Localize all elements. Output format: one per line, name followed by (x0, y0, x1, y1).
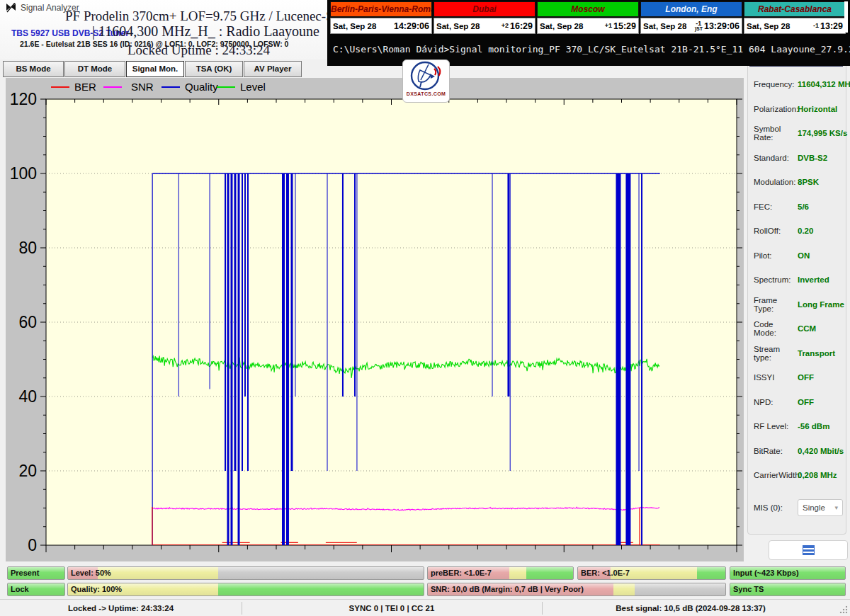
window-header: Signal Analyzer PF Prodelin 370cm+ LOF=9… (0, 0, 327, 59)
svg-text:120: 120 (10, 90, 37, 108)
param-spectrum: Spectrum:Inverted (748, 268, 846, 292)
clock-dubai: Dubai Sat, Sep 28 +2 16:29 (434, 1, 536, 34)
param-fec: FEC:5/6 (748, 195, 846, 219)
status-sync-counters: SYNC 0 | TEI 0 | CC 21 (242, 600, 542, 616)
status-locked-uptime: Locked -> Uptime: 24:33:24 (0, 600, 242, 616)
param-code-mode: Code Mode:CCM (748, 316, 846, 341)
param-frame-type: Frame Type:Long Frame (748, 292, 846, 317)
clock-city-label: Dubai (434, 1, 536, 17)
level-meter: Level: 50% (67, 566, 424, 580)
ber-meter: BER: <1.0E-7 (577, 566, 726, 580)
tab-signal-mon[interactable]: Signal Mon. (126, 61, 184, 77)
command-prompt-text: C:\Users\Roman Dávid>Signal monitoring_P… (333, 44, 850, 55)
clock-table-edge (844, 1, 848, 33)
clock-date: Sat, Sep 28 (643, 22, 686, 30)
status-best-signal: Best signal: 10,5 dB (2024-09-28 13:37) (542, 600, 839, 616)
transponder-params-panel: Frequency:11604,312 MHz Polarization:Hor… (747, 60, 846, 535)
tab-tsa[interactable]: TSA (OK) (185, 61, 243, 77)
snr-meter: SNR: 10,0 dB (Margin: 0,7 dB | Very Poor… (427, 583, 726, 596)
signal-chart-panel: BER SNR Quality Level 020406080100120 (6, 78, 744, 561)
locked-uptime: Locked Uptime : 24:33:24 (128, 42, 270, 58)
svg-text:40: 40 (18, 387, 37, 406)
param-bitrate: BitRate:0,420 Mbit/s (748, 439, 846, 464)
annotation-frequency: | 11604,300 MHz_H_ : Radio Laayoune (92, 23, 319, 40)
world-clocks: Berlin-Paris-Vienna-Roma Sat, Sep 28 14:… (330, 1, 846, 34)
param-polarization: Polarization:Horizontal (748, 97, 846, 122)
tab-dt-mode[interactable]: DT Mode (64, 61, 125, 77)
clock-offset: +2 (502, 23, 509, 28)
resize-grip[interactable] (839, 605, 848, 614)
server-list-icon (803, 545, 815, 555)
clock-offset: -1 (813, 23, 819, 28)
svg-text:60: 60 (18, 313, 37, 331)
input-rate-indicator: Input (~423 Kbps) (730, 566, 846, 580)
tab-av-player[interactable]: AV Player (244, 61, 302, 77)
chevron-down-icon: ▾ (834, 504, 838, 511)
param-mis: MIS (0): Single ▾ (748, 496, 846, 520)
clock-time: 13:29:06 (704, 21, 740, 31)
clock-date: Sat, Sep 28 (540, 22, 583, 30)
clock-city-label: Rabat-Casablanca (744, 1, 846, 17)
param-stream-type: Stream type:Transport (748, 341, 846, 366)
console-overlay: Berlin-Paris-Vienna-Roma Sat, Sep 28 14:… (327, 0, 850, 66)
tab-bs-mode[interactable]: BS Mode (3, 61, 64, 77)
signal-meters: Present Level: 50% preBER: <1.0E-7 BER: … (0, 563, 850, 599)
clock-moscow: Moscow Sat, Sep 28 +1 15:29 (537, 1, 639, 34)
logo-text: DXSATCS.COM (407, 91, 446, 96)
clock-offset: +1 (605, 23, 612, 28)
svg-text:20: 20 (18, 462, 37, 480)
mode-tabs: BS Mode DT Mode Signal Mon. TSA (OK) AV … (0, 59, 327, 78)
param-symbol-rate: Symbol Rate:174,995 KS/s (748, 121, 846, 146)
clock-london: London, Eng Sat, Sep 28 -1)ST 13:29:06 (640, 1, 742, 34)
svg-text:0: 0 (28, 536, 37, 554)
lock-indicator: Lock (7, 583, 65, 596)
param-standard: Standard:DVB-S2 (748, 146, 846, 171)
present-indicator: Present (7, 566, 65, 580)
svg-text:100: 100 (10, 164, 37, 183)
clock-city-label: London, Eng (640, 1, 742, 17)
param-rf-level: RF Level:-56 dBm (748, 414, 846, 439)
clock-date: Sat, Sep 28 (747, 22, 790, 30)
svg-text:80: 80 (18, 239, 37, 257)
param-carrier-width: CarrierWidth:0,208 MHz (748, 463, 846, 488)
preber-meter: preBER: <1.0E-7 (427, 566, 574, 580)
mis-dropdown[interactable]: Single ▾ (798, 499, 843, 516)
param-npd: NPD:OFF (748, 390, 846, 415)
sync-ts-indicator: Sync TS (730, 583, 846, 596)
param-rolloff: RollOff:0.20 (748, 219, 846, 244)
clock-berlin: Berlin-Paris-Vienna-Roma Sat, Sep 28 14:… (330, 1, 432, 34)
status-bar: Locked -> Uptime: 24:33:24 SYNC 0 | TEI … (0, 599, 850, 616)
clock-time: 15:29 (613, 21, 636, 31)
clock-city-label: Berlin-Paris-Vienna-Roma (330, 1, 432, 17)
param-modulation: Modulation:8PSK (748, 170, 846, 195)
satellite-dish-icon (409, 60, 444, 93)
param-pilot: Pilot:ON (748, 244, 846, 268)
clock-time: 14:29:06 (394, 21, 429, 31)
clock-date: Sat, Sep 28 (436, 22, 480, 30)
clock-offset: -1 (696, 21, 701, 26)
clock-rabat: Rabat-Casablanca Sat, Sep 28 -1 13:29 (744, 1, 846, 34)
clock-time: 16:29 (510, 21, 533, 31)
param-issyi: ISSYIOFF (748, 365, 846, 390)
clock-time: 13:29 (820, 21, 843, 31)
dxsatcs-logo: DXSATCS.COM (402, 59, 450, 103)
signal-monitoring-plot: 020406080100120 (6, 78, 744, 564)
clock-date: Sat, Sep 28 (333, 22, 376, 30)
app-icon (6, 3, 16, 13)
quality-meter: Quality: 100% (67, 583, 424, 596)
clock-city-label: Moscow (537, 1, 639, 17)
stream-settings-button[interactable] (769, 540, 848, 560)
param-frequency: Frequency:11604,312 MHz (748, 72, 846, 97)
